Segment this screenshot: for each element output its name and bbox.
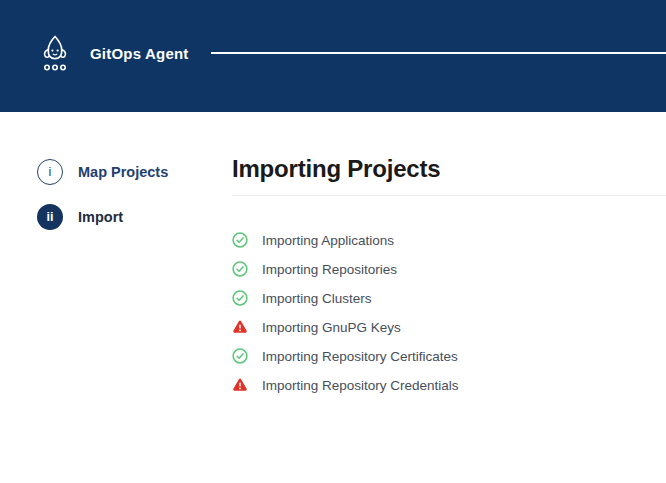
step-import[interactable]: ii Import — [37, 204, 232, 230]
octopus-logo-icon — [38, 34, 72, 72]
status-item: Importing Repository Credentials — [232, 377, 666, 393]
gitops-agent-window: GitOps Agent i Map Projects ii Import Im… — [0, 0, 666, 483]
title-divider — [232, 195, 666, 196]
import-panel: Importing Projects Importing Application… — [232, 112, 666, 393]
status-item: Importing Repositories — [232, 261, 666, 277]
step-two-label: Import — [78, 209, 123, 225]
content-area: i Map Projects ii Import Importing Proje… — [0, 112, 666, 393]
check-circle-icon — [232, 348, 248, 364]
status-item: Importing Applications — [232, 232, 666, 248]
check-circle-icon — [232, 232, 248, 248]
status-item: Importing Clusters — [232, 290, 666, 306]
step-one-label: Map Projects — [78, 164, 168, 180]
top-navigation-bar: GitOps Agent — [0, 0, 666, 112]
app-title: GitOps Agent — [90, 45, 189, 62]
header-divider-line — [211, 52, 666, 54]
warning-triangle-icon — [232, 319, 248, 335]
page-title: Importing Projects — [232, 155, 666, 183]
status-item: Importing Repository Certificates — [232, 348, 666, 364]
step-one-badge-icon: i — [37, 159, 63, 185]
warning-triangle-icon — [232, 377, 248, 393]
check-circle-icon — [232, 261, 248, 277]
import-status-list: Importing Applications Importing Reposit… — [232, 232, 666, 393]
step-map-projects[interactable]: i Map Projects — [37, 159, 232, 185]
step-two-badge-icon: ii — [37, 204, 63, 230]
check-circle-icon — [232, 290, 248, 306]
wizard-steps-sidebar: i Map Projects ii Import — [0, 112, 232, 249]
status-item: Importing GnuPG Keys — [232, 319, 666, 335]
